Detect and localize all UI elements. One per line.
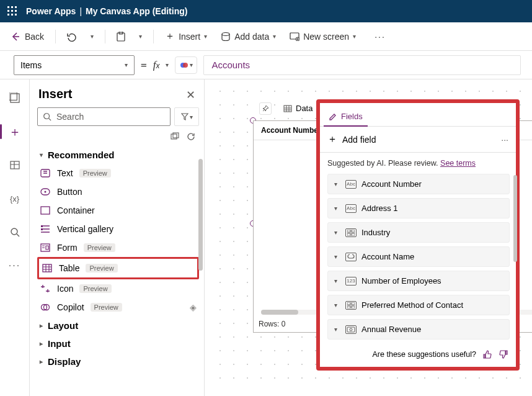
form-icon <box>40 242 51 253</box>
formula-input[interactable]: Accounts <box>203 55 521 75</box>
item-copilot[interactable]: Copilot Preview ◈ <box>37 298 199 317</box>
add-field-button[interactable]: ＋ Add field ··· <box>320 127 516 153</box>
expand-icon[interactable] <box>171 132 179 141</box>
chevron-down-icon: ▾ <box>204 33 207 40</box>
suggest-text: Suggested by AI. Please review. <box>327 159 440 168</box>
svg-point-20 <box>44 114 50 119</box>
waffle-icon[interactable] <box>6 5 19 17</box>
pin-icon[interactable] <box>259 102 272 115</box>
fields-list: ▾AbcAccount Number ▾AbcAddress 1 ▾Indust… <box>320 174 516 343</box>
undo-split[interactable]: ▾ <box>86 30 99 42</box>
preview-badge: Preview <box>91 303 122 312</box>
data-icon <box>221 32 231 42</box>
item-vertical-gallery[interactable]: Vertical gallery <box>37 220 199 238</box>
field-row[interactable]: ▾Industry <box>327 222 510 243</box>
title-bar: Power Apps | My Canvas App (Editing) <box>0 0 532 22</box>
svg-rect-30 <box>43 264 51 272</box>
undo-button[interactable] <box>62 29 82 44</box>
chevron-down-icon: ▾ <box>91 33 94 40</box>
preview-badge: Preview <box>86 264 117 272</box>
insert-panel: Insert ✕ Search ▾ ▾ Recommended <box>30 79 205 396</box>
item-table[interactable]: Table Preview <box>37 257 199 279</box>
tab-label: Fields <box>341 112 363 121</box>
divider <box>153 30 154 43</box>
svg-rect-42 <box>347 327 355 332</box>
item-label: Table <box>59 263 79 273</box>
paste-split[interactable]: ▾ <box>134 30 147 42</box>
add-field-label: Add field <box>342 135 376 145</box>
property-label: Items <box>20 60 42 70</box>
item-button[interactable]: Button <box>37 182 199 201</box>
command-bar: Back ▾ ▾ ＋ Insert ▾ Add data ▾ New scree… <box>0 22 532 51</box>
field-row[interactable]: ▾Annual Revenue <box>327 319 510 340</box>
item-label: Icon <box>57 284 73 294</box>
field-row[interactable]: ▾Account Name <box>327 246 510 267</box>
more-icon[interactable]: ··· <box>501 135 508 145</box>
section-label: Input <box>48 338 71 349</box>
fields-scrollbar[interactable] <box>513 175 517 262</box>
chevron-down-icon: ▾ <box>334 253 340 260</box>
field-row[interactable]: ▾AbcAddress 1 <box>327 198 510 218</box>
copilot-icon <box>40 302 51 313</box>
filter-button[interactable]: ▾ <box>174 107 199 126</box>
section-display[interactable]: ▸ Display <box>37 353 199 371</box>
insert-button[interactable]: ＋ Insert ▾ <box>160 27 212 45</box>
see-terms-link[interactable]: See terms <box>440 159 476 168</box>
back-button[interactable]: Back <box>6 29 49 44</box>
property-dropdown[interactable]: Items ▾ <box>14 55 135 75</box>
rows-count: Rows: 0 <box>254 318 290 330</box>
tab-fields[interactable]: Fields <box>320 108 371 126</box>
svg-rect-28 <box>41 228 43 230</box>
thumbs-down-icon[interactable] <box>499 349 508 359</box>
more-icon: ··· <box>9 260 20 271</box>
field-row[interactable]: ▾AbcAccount Number <box>327 174 510 194</box>
overflow-button[interactable]: ··· <box>370 29 391 44</box>
feedback-row: Are these suggestions useful? <box>320 343 516 367</box>
fx-chevron[interactable]: ▾ <box>166 61 169 68</box>
table-icon <box>42 263 53 274</box>
tab-data[interactable]: Data <box>278 101 318 116</box>
new-screen-button[interactable]: New screen ▾ <box>285 29 361 44</box>
tab-label: Data <box>296 104 313 113</box>
more-icon: ··· <box>375 32 386 42</box>
variables-rail-icon[interactable]: {x} <box>5 189 25 209</box>
close-icon[interactable]: ✕ <box>186 88 195 102</box>
item-icon[interactable]: Icon Preview <box>37 279 199 298</box>
insert-rail-icon[interactable]: ＋ <box>5 122 25 142</box>
chevron-down-icon: ▾ <box>334 205 340 212</box>
chevron-down-icon: ▾ <box>334 302 340 308</box>
search-rail-icon[interactable] <box>5 222 25 242</box>
premium-icon: ◈ <box>190 302 197 312</box>
more-rail-icon[interactable]: ··· <box>5 256 25 276</box>
section-layout[interactable]: ▸ Layout <box>37 317 199 335</box>
item-form[interactable]: Form Preview <box>37 238 199 257</box>
section-label: Recommended <box>48 150 115 160</box>
svg-rect-26 <box>41 207 50 214</box>
data-rail-icon[interactable] <box>5 155 25 175</box>
add-data-button[interactable]: Add data ▾ <box>216 29 281 44</box>
container-icon <box>40 205 51 216</box>
section-recommended[interactable]: ▾ Recommended <box>37 146 199 164</box>
field-row[interactable]: ▾Preferred Method of Contact <box>327 295 510 315</box>
svg-rect-36 <box>347 233 350 236</box>
section-input[interactable]: ▸ Input <box>37 335 199 353</box>
chevron-right-icon: ▸ <box>40 358 43 365</box>
svg-rect-35 <box>352 230 355 232</box>
paste-button[interactable] <box>112 29 130 44</box>
section-label: Layout <box>48 320 78 331</box>
svg-rect-6 <box>7 14 9 16</box>
refresh-icon[interactable] <box>187 132 195 141</box>
icon-icon <box>40 283 51 294</box>
field-label: Address 1 <box>361 204 398 213</box>
item-container[interactable]: Container <box>37 201 199 220</box>
thumbs-up-icon[interactable] <box>482 349 492 359</box>
copilot-chip[interactable]: ▾ <box>175 56 197 74</box>
tree-view-icon[interactable] <box>5 88 25 108</box>
panel-scrollbar[interactable] <box>198 159 203 271</box>
canvas-area[interactable]: Data Account Numbe Rows: 0 Fi <box>205 79 532 396</box>
item-text[interactable]: Text Preview <box>37 164 199 182</box>
left-rail: ＋ {x} ··· <box>0 79 30 396</box>
search-input[interactable]: Search <box>37 107 171 126</box>
formula-text: Accounts <box>211 60 250 70</box>
field-row[interactable]: ▾123Number of Employees <box>327 271 510 291</box>
